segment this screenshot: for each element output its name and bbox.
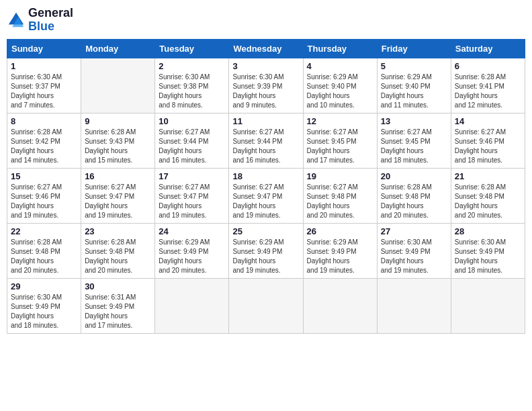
weekday-header-row: SundayMondayTuesdayWednesdayThursdayFrid… — [7, 39, 525, 58]
calendar-week-5: 29Sunrise: 6:30 AMSunset: 9:49 PMDayligh… — [7, 278, 525, 333]
calendar-day-4: 4 Sunrise: 6:29 AMSunset: 9:40 PMDayligh… — [303, 58, 377, 113]
calendar-day-1: 1Sunrise: 6:30 AMSunset: 9:37 PMDaylight… — [7, 58, 81, 113]
calendar-day-11: 11Sunrise: 6:27 AMSunset: 9:44 PMDayligh… — [229, 113, 303, 168]
calendar-day-29: 29Sunrise: 6:30 AMSunset: 9:49 PMDayligh… — [7, 278, 81, 333]
calendar-day-8: 8Sunrise: 6:28 AMSunset: 9:42 PMDaylight… — [7, 113, 81, 168]
calendar-day-16: 16Sunrise: 6:27 AMSunset: 9:47 PMDayligh… — [81, 168, 155, 223]
calendar-day-empty — [229, 278, 303, 333]
calendar-day-13: 13Sunrise: 6:27 AMSunset: 9:45 PMDayligh… — [377, 113, 451, 168]
calendar-day-19: 19Sunrise: 6:27 AMSunset: 9:48 PMDayligh… — [303, 168, 377, 223]
logo-icon — [7, 11, 26, 30]
calendar-table: SundayMondayTuesdayWednesdayThursdayFrid… — [7, 39, 525, 334]
calendar-day-26: 26Sunrise: 6:29 AMSunset: 9:49 PMDayligh… — [303, 223, 377, 278]
weekday-header-thursday: Thursday — [303, 39, 377, 58]
calendar-day-24: 24Sunrise: 6:29 AMSunset: 9:49 PMDayligh… — [155, 223, 229, 278]
calendar-day-3: 3 Sunrise: 6:30 AMSunset: 9:39 PMDayligh… — [229, 58, 303, 113]
page-header: General Blue — [7, 7, 525, 34]
calendar-day-12: 12Sunrise: 6:27 AMSunset: 9:45 PMDayligh… — [303, 113, 377, 168]
calendar-day-22: 22Sunrise: 6:28 AMSunset: 9:48 PMDayligh… — [7, 223, 81, 278]
logo: General Blue — [7, 7, 73, 34]
calendar-day-20: 20Sunrise: 6:28 AMSunset: 9:48 PMDayligh… — [377, 168, 451, 223]
weekday-header-wednesday: Wednesday — [229, 39, 303, 58]
calendar-day-25: 25Sunrise: 6:29 AMSunset: 9:49 PMDayligh… — [229, 223, 303, 278]
calendar-day-5: 5 Sunrise: 6:29 AMSunset: 9:40 PMDayligh… — [377, 58, 451, 113]
calendar-day-18: 18Sunrise: 6:27 AMSunset: 9:47 PMDayligh… — [229, 168, 303, 223]
weekday-header-sunday: Sunday — [7, 39, 81, 58]
calendar-day-empty — [451, 278, 525, 333]
calendar-day-empty — [155, 278, 229, 333]
calendar-day-2: 2 Sunrise: 6:30 AMSunset: 9:38 PMDayligh… — [155, 58, 229, 113]
calendar-day-empty — [303, 278, 377, 333]
logo-text: General Blue — [28, 7, 73, 34]
weekday-header-monday: Monday — [81, 39, 155, 58]
calendar-day-empty — [377, 278, 451, 333]
weekday-header-saturday: Saturday — [451, 39, 525, 58]
calendar-day-15: 15Sunrise: 6:27 AMSunset: 9:46 PMDayligh… — [7, 168, 81, 223]
calendar-day-9: 9Sunrise: 6:28 AMSunset: 9:43 PMDaylight… — [81, 113, 155, 168]
calendar-day-27: 27Sunrise: 6:30 AMSunset: 9:49 PMDayligh… — [377, 223, 451, 278]
calendar-day-empty — [81, 58, 155, 113]
calendar-week-4: 22Sunrise: 6:28 AMSunset: 9:48 PMDayligh… — [7, 223, 525, 278]
calendar-day-10: 10Sunrise: 6:27 AMSunset: 9:44 PMDayligh… — [155, 113, 229, 168]
calendar-day-6: 6 Sunrise: 6:28 AMSunset: 9:41 PMDayligh… — [451, 58, 525, 113]
weekday-header-friday: Friday — [377, 39, 451, 58]
calendar-week-1: 1Sunrise: 6:30 AMSunset: 9:37 PMDaylight… — [7, 58, 525, 113]
calendar-day-28: 28Sunrise: 6:30 AMSunset: 9:49 PMDayligh… — [451, 223, 525, 278]
calendar-day-30: 30Sunrise: 6:31 AMSunset: 9:49 PMDayligh… — [81, 278, 155, 333]
calendar-day-23: 23Sunrise: 6:28 AMSunset: 9:48 PMDayligh… — [81, 223, 155, 278]
calendar-week-2: 8Sunrise: 6:28 AMSunset: 9:42 PMDaylight… — [7, 113, 525, 168]
calendar-day-14: 14Sunrise: 6:27 AMSunset: 9:46 PMDayligh… — [451, 113, 525, 168]
calendar-week-3: 15Sunrise: 6:27 AMSunset: 9:46 PMDayligh… — [7, 168, 525, 223]
weekday-header-tuesday: Tuesday — [155, 39, 229, 58]
calendar-day-21: 21Sunrise: 6:28 AMSunset: 9:48 PMDayligh… — [451, 168, 525, 223]
calendar-day-17: 17Sunrise: 6:27 AMSunset: 9:47 PMDayligh… — [155, 168, 229, 223]
